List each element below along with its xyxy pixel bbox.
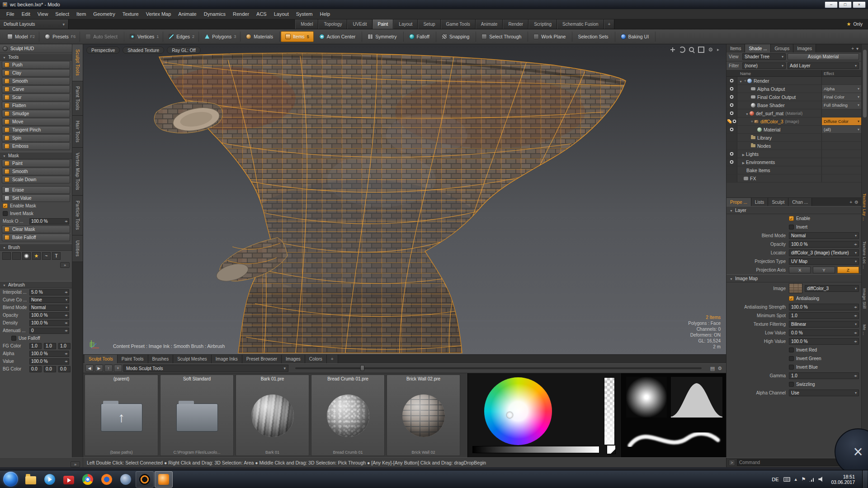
expander-icon[interactable] <box>741 151 746 157</box>
taskbar-app-button[interactable] <box>60 471 78 488</box>
properties-panel-tab[interactable]: Chan ... <box>788 198 812 206</box>
value-gradient-bar[interactable] <box>472 446 599 453</box>
invert-green-checkbox[interactable] <box>789 356 794 361</box>
menu-item[interactable]: Dynamics <box>200 9 229 19</box>
layout-tab[interactable]: UVEdit <box>347 19 372 29</box>
menu-item[interactable]: ACS <box>253 9 270 19</box>
brush-more-button[interactable]: » <box>60 262 70 268</box>
keyboard-layout-icon[interactable] <box>783 477 790 482</box>
high-value-field[interactable]: 100.0 % <box>789 338 859 345</box>
show-desktop-button[interactable] <box>862 470 867 488</box>
properties-panel-tab[interactable]: Lists <box>751 198 769 206</box>
toolbar-button[interactable]: Polygons 3 <box>200 31 241 42</box>
panel-gear-icon[interactable]: ⚙ <box>854 200 859 205</box>
layout-preset-dropdown[interactable]: Default Layouts <box>0 19 69 29</box>
preset-card[interactable]: Soft Standard C:\Program Files\Luxolo... <box>160 375 234 456</box>
toolbar-button[interactable]: Items 5 <box>281 31 314 42</box>
menu-item[interactable]: Geometry <box>90 9 118 19</box>
form-tab-texture-layers[interactable]: Texture Lay ... <box>862 193 867 221</box>
action-center-flag-icon[interactable]: ⚑ <box>802 476 806 482</box>
menu-item[interactable]: Edit <box>18 9 34 19</box>
pan-icon[interactable] <box>670 47 676 53</box>
sculpt-tool-button[interactable]: Emboss <box>2 142 70 150</box>
image-map-section-header[interactable]: Image Map <box>726 274 861 282</box>
sculpt-tool-button[interactable]: Tangent Pinch <box>2 126 70 134</box>
effect-column-header[interactable]: Effect <box>821 70 861 76</box>
bottom-panel-tab[interactable]: Sculpt Tools <box>85 355 118 363</box>
tool-category-tab[interactable]: Hair Tools <box>72 116 83 148</box>
3d-scene[interactable] <box>83 44 726 354</box>
toolbar-button[interactable]: Snapping <box>437 31 476 42</box>
brush-slot[interactable]: ★ <box>32 252 41 260</box>
tree-row-library[interactable]: Library <box>726 134 861 142</box>
preset-card[interactable]: Brick Wall 02.pre Brick Wall 02 <box>387 375 460 456</box>
preset-card[interactable]: Bark 01.pre Bark 01 <box>236 375 309 456</box>
bottom-panel-tab[interactable]: + <box>327 355 338 363</box>
bg-color-b[interactable]: 0.0 <box>58 366 71 372</box>
shader-panel-tab[interactable]: Items <box>726 44 745 52</box>
mask-tool-button[interactable]: Smooth <box>2 168 70 175</box>
section-header-brush[interactable]: Brush <box>0 244 72 251</box>
preset-card[interactable]: (parent) (base paths) <box>85 375 158 456</box>
layout-tab[interactable]: Scripting <box>528 19 557 29</box>
brush-slot[interactable]: T <box>52 252 61 260</box>
mask-tool-button[interactable]: Paint <box>2 160 70 167</box>
fg-color-b[interactable]: 1.0 <box>58 343 71 349</box>
visibility-eye-icon[interactable] <box>730 111 734 115</box>
toolbar-button[interactable]: Model F2 <box>3 31 39 42</box>
mask-tool-button[interactable]: Set Value <box>2 194 70 202</box>
sculpt-tool-button[interactable]: Flatten <box>2 102 70 109</box>
sculpt-tool-button[interactable]: Push <box>2 61 70 69</box>
sculpt-tool-button[interactable]: Clay <box>2 69 70 77</box>
invert-blue-checkbox[interactable] <box>789 365 794 370</box>
preset-card[interactable]: Bread Crumb 01.pre Bread Crumb 01 <box>311 375 385 456</box>
viewport-panel-arrow-icon[interactable]: ▸ <box>717 47 723 53</box>
visibility-eye-icon[interactable] <box>730 152 734 156</box>
effect-dropdown[interactable]: Final Color <box>821 93 861 101</box>
brush-slot[interactable] <box>12 252 21 260</box>
assign-material-button[interactable]: Assign Material <box>788 53 859 60</box>
thumbnail-size-slider[interactable] <box>295 367 702 369</box>
bottom-panel-tab[interactable]: Colors <box>305 355 327 363</box>
sidebar-more-button[interactable]: » <box>71 461 80 467</box>
shader-panel-tab[interactable]: Images <box>793 44 816 52</box>
expander-icon[interactable] <box>738 78 743 84</box>
field-value[interactable]: 0 <box>29 328 69 334</box>
brush-slot[interactable] <box>22 252 31 260</box>
tree-row-render[interactable]: + Render <box>726 77 861 85</box>
taskbar-app-button[interactable] <box>98 471 116 488</box>
sculpt-tool-button[interactable]: Smudge <box>2 110 70 117</box>
toolbar-button[interactable]: Work Plane <box>529 31 572 42</box>
brush-slot[interactable] <box>2 252 11 260</box>
tree-row-fx[interactable]: FX <box>726 174 861 183</box>
properties-panel-tab[interactable]: Prope ... <box>726 198 751 206</box>
tree-row-def-surf-mat[interactable]: def_surf_mat(Material) <box>726 109 861 117</box>
channels-plus-icon[interactable]: + <box>750 119 754 124</box>
channels-plus-icon[interactable]: + <box>743 79 747 83</box>
effect-dropdown[interactable]: (all) <box>821 126 861 133</box>
add-layer-dropdown[interactable]: Add Layer <box>788 62 859 69</box>
menu-item[interactable]: Texture <box>119 9 142 19</box>
filter-dropdown[interactable]: (none) <box>742 62 786 69</box>
tool-category-tab[interactable]: Paint Tools <box>72 81 83 116</box>
value-field[interactable]: 100.0 % <box>29 358 69 365</box>
maximize-viewport-icon[interactable] <box>698 47 704 53</box>
menu-item[interactable]: Select <box>52 9 73 19</box>
menu-item[interactable]: Layout <box>270 9 292 19</box>
gamma-field[interactable]: 1.0 <box>789 372 859 379</box>
field-value[interactable]: Normal <box>29 305 69 311</box>
tree-row-base-shader[interactable]: Base Shader Full Shading <box>726 101 861 109</box>
network-icon[interactable] <box>809 477 815 482</box>
sculpt-tool-button[interactable]: Smooth <box>2 77 70 85</box>
start-button[interactable] <box>3 472 18 487</box>
effect-dropdown[interactable]: Diffuse Color <box>821 117 861 125</box>
image-thumbnail[interactable] <box>789 283 802 293</box>
menu-item[interactable]: Render <box>229 9 253 19</box>
menu-item[interactable]: File <box>3 9 18 19</box>
invert-checkbox[interactable] <box>789 225 794 230</box>
viewport-button[interactable]: Shaded Texture <box>123 47 164 54</box>
sculpt-tool-button[interactable]: Spin <box>2 134 70 142</box>
sculpt-tool-button[interactable]: Move <box>2 118 70 126</box>
aa-strength-field[interactable]: 100.0 % <box>789 304 859 310</box>
viewport-button[interactable]: Perspective <box>86 47 120 54</box>
